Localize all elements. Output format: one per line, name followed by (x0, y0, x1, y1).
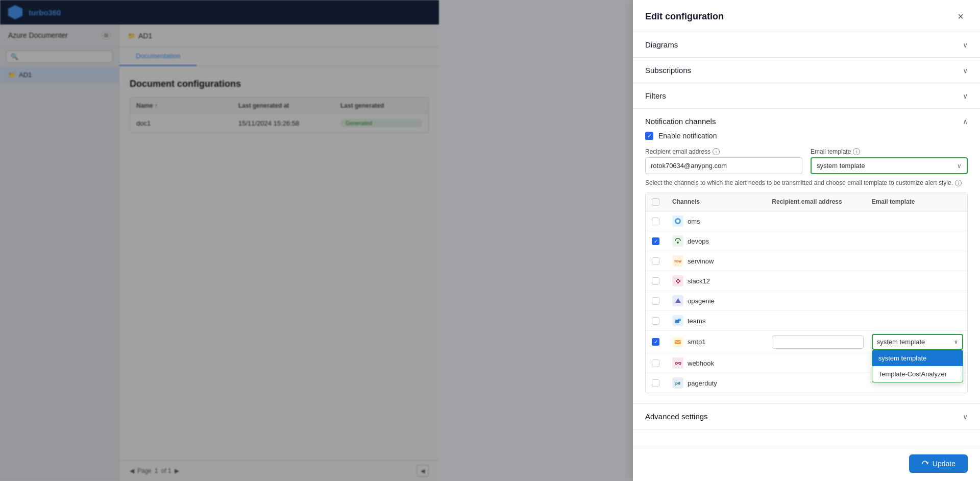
svg-point-1 (676, 220, 679, 223)
devops-name: devops (688, 237, 709, 245)
svg-point-12 (679, 362, 681, 364)
table-row: slack12 (646, 271, 967, 291)
smtp1-option-cost-analyzer[interactable]: Template-CostAnalyzer (872, 366, 963, 382)
notification-channels-chevron: ∧ (963, 117, 968, 126)
diagrams-chevron: ∨ (963, 41, 968, 49)
slack12-checkbox[interactable] (652, 277, 659, 285)
svg-rect-10 (675, 340, 681, 344)
hint-text: Select the channels to which the alert n… (645, 179, 953, 186)
webhook-name: webhook (688, 359, 714, 367)
svg-rect-9 (678, 319, 681, 321)
svg-rect-5 (677, 279, 679, 280)
slack12-email-cell (768, 277, 867, 285)
diagrams-accordion[interactable]: Diagrams ∨ (633, 32, 980, 58)
filters-accordion[interactable]: Filters ∨ (633, 83, 980, 109)
opsgenie-icon (672, 295, 683, 306)
pagerduty-icon: pd (672, 377, 683, 389)
servinow-icon: now (672, 255, 683, 267)
slack12-icon (672, 275, 683, 286)
email-template-label: Email template (811, 148, 851, 155)
close-button[interactable]: × (953, 9, 968, 23)
table-row: opsgenie (646, 291, 967, 311)
smtp1-template-chevron: ∨ (954, 339, 958, 345)
opsgenie-email-cell (768, 297, 867, 305)
teams-checkbox[interactable] (652, 317, 659, 325)
channels-table: Channels Recipient email address Email t… (645, 193, 968, 393)
smtp1-checkbox[interactable]: ✓ (652, 338, 659, 346)
smtp1-template-select[interactable]: system template ∨ (872, 334, 963, 350)
email-template-select[interactable]: system template ∨ (811, 157, 968, 174)
slack12-name: slack12 (688, 277, 710, 285)
recipient-field-group: Recipient email address i (645, 148, 802, 174)
svg-point-2 (677, 242, 679, 244)
enable-notification-label: Enable notification (658, 132, 717, 140)
smtp1-email-input[interactable] (772, 335, 863, 349)
webhook-icon (672, 357, 683, 369)
oms-email-cell (768, 217, 867, 225)
smtp1-icon (672, 336, 683, 348)
slack12-template-cell (868, 277, 967, 285)
svg-point-11 (675, 362, 677, 364)
subscriptions-label: Subscriptions (645, 66, 691, 75)
smtp1-email-cell (768, 332, 867, 352)
enable-notification-checkbox[interactable]: ✓ (645, 132, 653, 140)
col-template: Email template (868, 193, 967, 211)
subscriptions-accordion[interactable]: Subscriptions ∨ (633, 58, 980, 83)
teams-email-cell (768, 317, 867, 325)
email-template-chevron: ∨ (957, 162, 962, 170)
oms-checkbox[interactable] (652, 218, 659, 225)
notification-channels-accordion[interactable]: Notification channels ∧ ✓ Enable notific… (633, 109, 980, 404)
devops-email-cell (768, 237, 867, 245)
webhook-checkbox[interactable] (652, 359, 659, 367)
table-row: ✓ devops (646, 231, 967, 251)
advanced-settings-label: Advanced settings (645, 412, 708, 421)
hint-info-icon: i (955, 180, 962, 186)
col-recipient: Recipient email address (768, 193, 867, 211)
opsgenie-name: opsgenie (688, 297, 715, 305)
oms-name: oms (688, 218, 700, 225)
col-header-check (646, 193, 668, 211)
advanced-settings-accordion[interactable]: Advanced settings ∨ (633, 404, 980, 429)
opsgenie-checkbox[interactable] (652, 297, 659, 305)
update-label: Update (933, 460, 955, 468)
smtp1-row: ✓ smtp1 system template (646, 331, 967, 353)
servinow-template-cell (868, 257, 967, 265)
pagerduty-name: pagerduty (688, 379, 717, 387)
svg-rect-6 (677, 282, 679, 283)
subscriptions-chevron: ∨ (963, 66, 968, 75)
select-all-checkbox[interactable] (652, 198, 659, 206)
diagrams-label: Diagrams (645, 40, 678, 49)
table-row: oms (646, 211, 967, 231)
webhook-email-cell (768, 359, 867, 367)
recipient-info-icon: i (713, 148, 720, 155)
devops-icon (672, 235, 683, 247)
recipient-label: Recipient email address (645, 148, 710, 155)
smtp1-template-dropdown: system template Template-CostAnalyzer (872, 350, 963, 382)
teams-template-cell (868, 317, 967, 325)
smtp1-option-system-template[interactable]: system template (872, 350, 963, 366)
panel-title: Edit configuration (645, 11, 724, 22)
filters-label: Filters (645, 91, 666, 100)
email-template-field-group: Email template i system template ∨ (811, 148, 968, 174)
smtp1-template-value: system template (877, 338, 925, 346)
oms-template-cell (868, 217, 967, 225)
advanced-settings-chevron: ∨ (963, 413, 968, 421)
table-row: now servinow (646, 251, 967, 271)
email-template-info-icon: i (853, 148, 860, 155)
servinow-checkbox[interactable] (652, 257, 659, 265)
update-button[interactable]: Update (909, 454, 968, 473)
update-icon (921, 460, 928, 467)
smtp1-template-cell: system template ∨ system template Templa… (868, 331, 967, 353)
svg-rect-4 (679, 280, 680, 282)
servinow-email-cell (768, 257, 867, 265)
teams-icon (672, 315, 683, 326)
opsgenie-template-cell (868, 297, 967, 305)
devops-checkbox[interactable]: ✓ (652, 237, 659, 245)
svg-rect-3 (676, 280, 677, 282)
col-channels: Channels (668, 193, 768, 211)
recipient-email-input[interactable] (645, 157, 802, 174)
servinow-name: servinow (688, 257, 714, 265)
teams-name: teams (688, 317, 705, 325)
pagerduty-email-cell (768, 379, 867, 387)
pagerduty-checkbox[interactable] (652, 379, 659, 387)
